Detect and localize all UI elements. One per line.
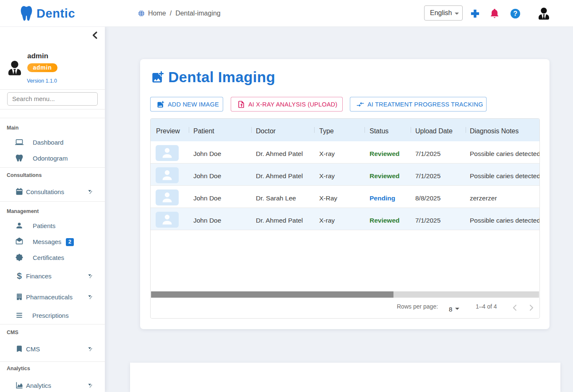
svg-text:?: ? [513, 9, 518, 17]
